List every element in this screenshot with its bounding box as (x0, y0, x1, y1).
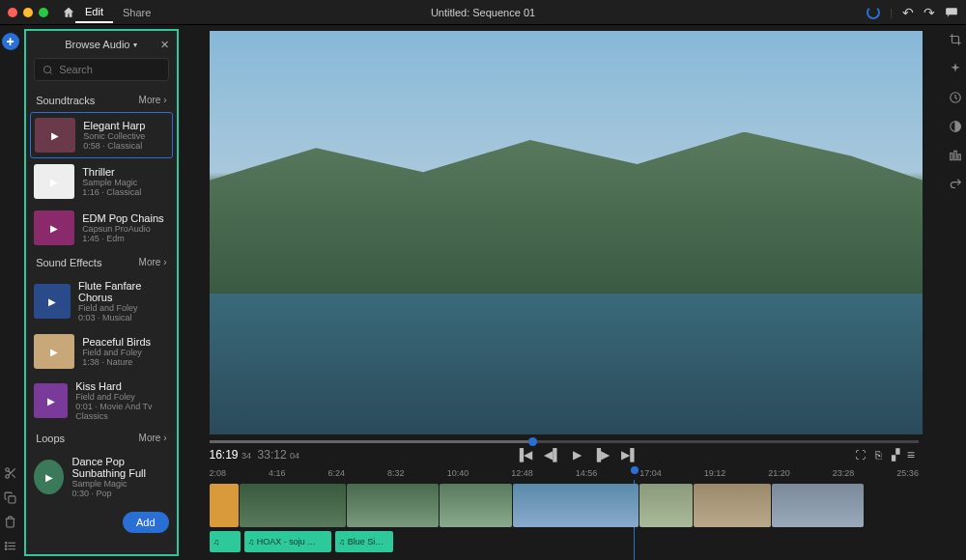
left-toolbar: + (0, 25, 20, 560)
svg-line-4 (12, 474, 14, 477)
play-overlay-icon[interactable]: ▶ (48, 296, 56, 307)
track-artist: Sonic Collective (83, 131, 145, 141)
track-title: Kiss Hard (75, 380, 168, 392)
search-input[interactable] (59, 64, 178, 75)
maximize-window[interactable] (39, 8, 48, 17)
more-link[interactable]: More › (139, 433, 167, 444)
home-icon[interactable] (62, 6, 75, 19)
more-link[interactable]: More › (139, 257, 167, 268)
ruler-tick: 6:24 (328, 468, 346, 478)
track-artist: Field and Foley (78, 303, 169, 313)
track-meta: 1:38 · Nature (82, 357, 151, 367)
track-meta: 0:58 · Classical (83, 141, 145, 151)
track-thumbnail: ▶ (34, 460, 64, 494)
track-title: Thriller (82, 166, 141, 178)
video-clip[interactable] (639, 484, 693, 527)
timeline-menu-icon[interactable]: ≡ (907, 447, 915, 462)
more-link[interactable]: More › (139, 95, 167, 106)
fullscreen-icon[interactable]: ⛶ (855, 449, 866, 462)
scissors-icon[interactable] (4, 466, 17, 480)
comment-icon[interactable] (945, 7, 958, 18)
magic-icon[interactable] (949, 62, 962, 75)
audio-track-item[interactable]: ▶Flute Fanfare ChorusField and Foley0:03… (26, 274, 176, 328)
video-clip[interactable] (694, 484, 771, 527)
play-overlay-icon[interactable]: ▶ (45, 472, 53, 483)
video-clip[interactable] (347, 484, 439, 527)
svg-line-14 (50, 71, 52, 73)
chevron-down-icon[interactable]: ▾ (133, 41, 137, 49)
scrubber-knob[interactable] (528, 437, 537, 446)
video-preview[interactable] (210, 31, 923, 434)
track-meta: 1:16 · Classical (82, 187, 141, 197)
color-icon[interactable] (949, 120, 962, 133)
audio-track-item[interactable]: ▶ThrillerSample Magic1:16 · Classical (26, 158, 176, 205)
video-track[interactable] (210, 484, 919, 527)
skip-start-icon[interactable]: ▐◀ (516, 448, 533, 462)
audio-track-item[interactable]: ▶Elegant HarpSonic Collective0:58 · Clas… (30, 112, 172, 158)
trash-icon[interactable] (4, 516, 17, 528)
svg-rect-18 (951, 154, 952, 160)
track-meta: 0:30 · Pop (71, 489, 168, 498)
play-overlay-icon[interactable]: ▶ (50, 177, 58, 187)
minimize-window[interactable] (23, 8, 33, 17)
track-thumbnail: ▶ (34, 284, 71, 319)
track-thumbnail: ▶ (34, 383, 68, 418)
step-forward-icon[interactable]: ▐▶ (593, 448, 611, 462)
svg-rect-6 (9, 496, 15, 503)
video-clip[interactable] (513, 484, 639, 527)
ruler-tick: 4:16 (269, 468, 286, 478)
play-overlay-icon[interactable]: ▶ (47, 396, 55, 406)
ruler-tick: 12:48 (511, 468, 533, 478)
timeline-ruler[interactable]: 2:084:166:248:3210:4012:4814:5617:0419:1… (186, 466, 942, 480)
audio-track-item[interactable]: ▶Kiss HardField and Foley0:01 · Movie An… (26, 375, 176, 427)
track-artist: Sample Magic (71, 479, 168, 489)
add-button[interactable]: Add (123, 512, 169, 533)
audio-clip[interactable]: ♫ Blue Si… (335, 531, 393, 552)
playhead-marker[interactable] (631, 466, 639, 474)
play-overlay-icon[interactable]: ▶ (50, 347, 58, 357)
svg-rect-20 (958, 154, 960, 160)
play-overlay-icon[interactable]: ▶ (51, 130, 59, 141)
duplicate-icon[interactable] (4, 491, 17, 504)
track-thumbnail: ▶ (34, 334, 74, 369)
audio-clip[interactable]: ♫ HOAX - soju … (244, 531, 331, 552)
audio-track-item[interactable]: ▶EDM Pop ChainsCapsun ProAudio1:45 · Edm (26, 205, 176, 251)
svg-line-5 (9, 471, 11, 473)
scrubber[interactable] (210, 440, 919, 443)
undo-icon[interactable]: ↶ (902, 5, 914, 20)
svg-rect-0 (946, 8, 957, 14)
close-panel-icon[interactable]: ✕ (160, 39, 169, 51)
tab-share[interactable]: Share (113, 3, 160, 22)
video-clip[interactable] (772, 484, 864, 527)
options-icon[interactable] (4, 540, 17, 552)
play-overlay-icon[interactable]: ▶ (50, 223, 58, 234)
skip-end-icon[interactable]: ▶▌ (621, 448, 639, 462)
redo-icon[interactable]: ↷ (923, 5, 935, 20)
video-clip[interactable] (440, 484, 512, 527)
audio-tools-icon[interactable] (949, 149, 962, 162)
speed-icon[interactable] (949, 91, 962, 104)
track-artist: Field and Foley (82, 348, 151, 357)
export-frame-icon[interactable]: ⎘ (875, 449, 882, 462)
sync-spinner-icon (867, 6, 880, 19)
audio-track-item[interactable]: ▶Peaceful BirdsField and Foley1:38 · Nat… (26, 328, 176, 375)
svg-rect-8 (5, 545, 7, 546)
audio-clip[interactable]: ♫ (210, 531, 241, 552)
track-title: Flute Fanfare Chorus (78, 280, 169, 303)
step-back-icon[interactable]: ◀▌ (544, 448, 561, 462)
video-clip[interactable] (210, 484, 239, 527)
audio-track-item[interactable]: ▶Dance Pop Sunbathing FullSample Magic0:… (26, 450, 176, 504)
track-title: Dance Pop Sunbathing Full (71, 456, 168, 479)
add-media-button[interactable]: + (2, 33, 19, 50)
search-input-container[interactable] (34, 58, 168, 81)
play-icon[interactable]: ▶ (573, 448, 582, 462)
tab-edit[interactable]: Edit (75, 2, 113, 23)
close-window[interactable] (8, 8, 17, 17)
audio-track[interactable]: ♫♫ HOAX - soju …♫ Blue Si… (210, 531, 919, 552)
divider: | (890, 7, 893, 18)
crop-icon[interactable] (949, 33, 962, 46)
quality-icon[interactable]: ▞ (892, 449, 899, 462)
section-title: Loops (36, 433, 65, 444)
transform-icon[interactable] (949, 178, 962, 191)
video-clip[interactable] (240, 484, 346, 527)
